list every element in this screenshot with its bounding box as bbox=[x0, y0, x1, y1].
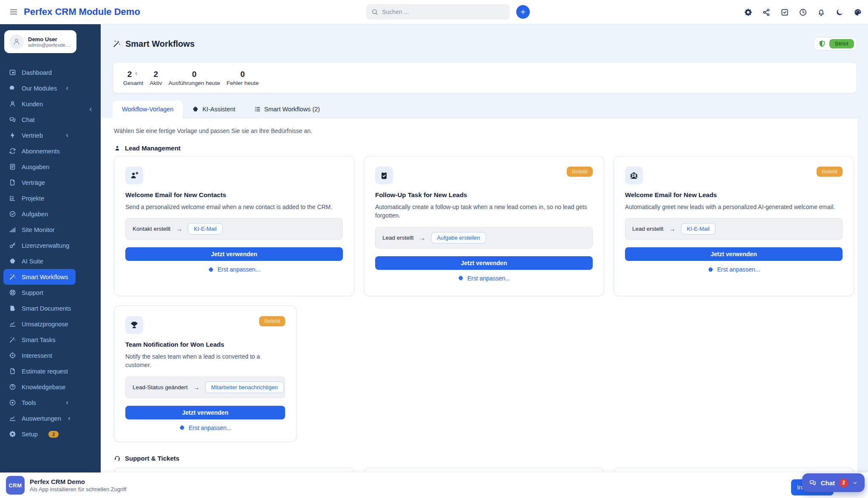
use-now-button[interactable]: Jetzt verwenden bbox=[125, 247, 343, 261]
sidebar-item-label: Interessent bbox=[22, 352, 52, 359]
tab-workflow-vorlagen[interactable]: Workflow-Vorlagen bbox=[113, 101, 183, 118]
sidebar-item-label: Estimate request bbox=[22, 368, 68, 375]
wand-icon bbox=[9, 273, 16, 280]
customize-link[interactable]: Erst anpassen... bbox=[625, 266, 843, 273]
use-now-button[interactable]: Jetzt verwenden bbox=[125, 406, 285, 419]
list-icon bbox=[254, 106, 261, 113]
sidebar-item-auswertungen[interactable]: Auswertungen bbox=[0, 410, 76, 426]
sidebar-item-aufgaben[interactable]: Aufgaben bbox=[0, 206, 76, 222]
sidebar-item-label: Projekte bbox=[22, 195, 44, 202]
sidebar-item-lizenzverwaltung[interactable]: Lizenzverwaltung bbox=[0, 238, 76, 253]
sidebar-item-label: Abonnements bbox=[22, 148, 59, 155]
arrow-right-icon: → bbox=[193, 384, 200, 391]
file-icon bbox=[9, 368, 16, 375]
tab-ki-assistent[interactable]: KI-Assistent bbox=[183, 101, 244, 118]
user-meta: Demo User admin@perfexdemo.c… bbox=[28, 36, 71, 48]
popular-badge: Beliebt bbox=[259, 316, 285, 326]
popular-badge: Beliebt bbox=[567, 167, 593, 177]
palette-icon[interactable] bbox=[854, 8, 862, 17]
sidebar-item-ausgaben[interactable]: Ausgaben bbox=[0, 159, 76, 175]
sidebar-item-dashboard[interactable]: Dashboard bbox=[0, 65, 76, 80]
chat-widget[interactable]: Chat 2 bbox=[802, 473, 865, 492]
customize-link[interactable]: Erst anpassen... bbox=[125, 266, 343, 273]
hamburger-menu-icon[interactable] bbox=[9, 8, 18, 16]
customize-label: Erst anpassen... bbox=[467, 275, 510, 282]
chat-icon bbox=[809, 479, 817, 487]
sidebar-item-kunden[interactable]: Kunden bbox=[0, 96, 76, 112]
sidebar-item-chat[interactable]: Chat bbox=[0, 112, 76, 127]
search-bar[interactable] bbox=[366, 4, 510, 20]
question-icon bbox=[9, 383, 16, 390]
template-cards: Welcome Email for New Contacts Send a pe… bbox=[114, 156, 855, 442]
install-bar: CRM Perfex CRM Demo Als App installieren… bbox=[0, 473, 868, 498]
sidebar-item-label: Ausgaben bbox=[22, 164, 49, 170]
strict-badge: Strict bbox=[829, 39, 854, 48]
sidebar-item-setup[interactable]: Setup 2 bbox=[0, 426, 76, 442]
sidebar-item-smart-workflows[interactable]: Smart Workflows bbox=[3, 269, 76, 285]
sidebar-item-umsatzprognose[interactable]: Umsatzprognose bbox=[0, 316, 76, 332]
check-square-icon[interactable] bbox=[780, 8, 789, 17]
sidebar-item-badge: 2 bbox=[48, 431, 59, 438]
flow-trigger: Lead erstellt bbox=[632, 226, 664, 232]
gear-icon bbox=[9, 430, 16, 438]
sidebar-item-label: Dashboard bbox=[22, 69, 52, 76]
pin-icon bbox=[133, 71, 139, 77]
sidebar-item-knowledgebase[interactable]: Knowledgebase bbox=[0, 379, 76, 395]
trophy-icon bbox=[125, 316, 143, 334]
stat-value-row: 2 bbox=[127, 70, 139, 79]
mail-open-icon bbox=[625, 167, 643, 184]
sidebar-item-label: Auswertungen bbox=[22, 415, 61, 422]
section-title: Support & Tickets bbox=[125, 455, 179, 462]
share-icon[interactable] bbox=[762, 8, 771, 17]
workflow-template-card: Welcome Email for New Contacts Send a pe… bbox=[114, 156, 354, 296]
main-content: Smart Workflows Strict 2 Gesamt bbox=[101, 24, 868, 498]
add-button[interactable] bbox=[516, 5, 530, 19]
sidebar-item-site-monitor[interactable]: Site Monitor bbox=[0, 222, 76, 238]
mode-pill[interactable]: Strict bbox=[814, 37, 857, 51]
customize-link[interactable]: Erst anpassen... bbox=[125, 424, 285, 431]
sidebar-item-label: Verträge bbox=[22, 179, 45, 186]
chat-icon bbox=[9, 116, 16, 123]
sidebar-item-label: Smart Workflows bbox=[22, 274, 68, 280]
app-title: Perfex CRM Module Demo bbox=[24, 6, 140, 17]
search-input[interactable] bbox=[382, 8, 505, 15]
sidebar-item-abonnements[interactable]: Abonnements bbox=[0, 143, 76, 159]
sidebar-item-vertrieb[interactable]: Vertrieb bbox=[0, 127, 76, 143]
sidebar-item-support[interactable]: Support bbox=[0, 285, 76, 300]
moon-icon[interactable] bbox=[835, 8, 844, 17]
sidebar-item-ai-suite[interactable]: AI Suite bbox=[0, 253, 76, 269]
tab-smart-workflows-2[interactable]: Smart Workflows (2) bbox=[245, 101, 329, 118]
stats-card: 2 Gesamt 2 Aktiv 0 bbox=[113, 62, 857, 93]
stat-label: Ausführungen heute bbox=[169, 80, 221, 86]
use-now-button[interactable]: Jetzt verwenden bbox=[375, 256, 593, 270]
gear-icon[interactable] bbox=[744, 8, 752, 17]
use-now-button[interactable]: Jetzt verwenden bbox=[625, 247, 843, 261]
bell-icon[interactable] bbox=[817, 8, 826, 17]
sidebar-item-label: Chat bbox=[22, 116, 35, 123]
sidebar-item-smart-tasks[interactable]: Smart Tasks bbox=[0, 332, 76, 348]
sidebar-item-interessent[interactable]: Interessent bbox=[0, 348, 76, 363]
workflow-template-card: Beliebt Welcome Email for New Leads Auto… bbox=[614, 156, 854, 296]
user-card[interactable]: Demo User admin@perfexdemo.c… bbox=[4, 30, 76, 53]
sidebar-item-our-modules[interactable]: Our Modules bbox=[0, 80, 76, 96]
sidebar-item-smart-documents[interactable]: Smart Documents bbox=[0, 300, 76, 316]
sidebar-item-projekte[interactable]: Projekte bbox=[0, 190, 76, 206]
sidebar-menu: Dashboard Our Modules Kunden bbox=[0, 65, 76, 442]
sidebar-item-label: Site Monitor bbox=[22, 226, 54, 233]
sidebar-item-vertr-ge[interactable]: Verträge bbox=[0, 175, 76, 190]
top-navbar: Perfex CRM Module Demo bbox=[0, 0, 868, 24]
stat-label: Fehler heute bbox=[226, 80, 259, 86]
sidebar-item-tools[interactable]: Tools bbox=[0, 395, 76, 410]
brain-icon bbox=[179, 424, 185, 431]
stat-label: Aktiv bbox=[150, 80, 162, 86]
sidebar-collapse-button[interactable] bbox=[84, 103, 97, 116]
contract-icon bbox=[9, 179, 16, 186]
card-description: Send a personalized welcome email when a… bbox=[125, 203, 343, 211]
clock-icon[interactable] bbox=[799, 8, 807, 17]
customize-link[interactable]: Erst anpassen... bbox=[375, 275, 593, 282]
stat-value-row: 0 bbox=[240, 70, 245, 79]
sidebar-item-estimate-request[interactable]: Estimate request bbox=[0, 363, 76, 379]
projects-icon bbox=[9, 195, 16, 202]
stat-value: 2 bbox=[127, 70, 132, 79]
card-title: Follow-Up Task for New Leads bbox=[375, 191, 593, 198]
